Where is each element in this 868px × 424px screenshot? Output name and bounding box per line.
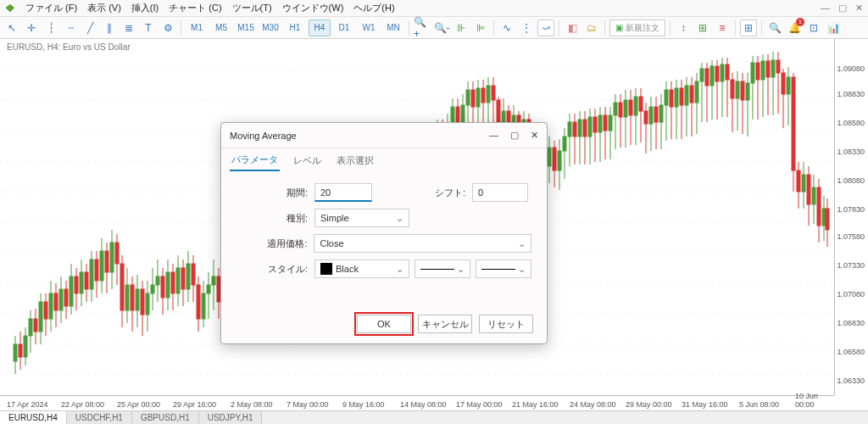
menu-file[interactable]: ファイル (F): [25, 2, 77, 14]
style-width-select[interactable]: [476, 259, 531, 278]
chart-shift-icon[interactable]: ⤻: [537, 20, 554, 36]
tab-usdjpy-h1[interactable]: USDJPY,H1: [199, 411, 263, 424]
svg-rect-58: [131, 285, 134, 310]
minimize-icon[interactable]: —: [821, 3, 830, 14]
menu-insert[interactable]: 挿入(I): [131, 2, 159, 14]
tf-mn[interactable]: MN: [382, 20, 404, 36]
dialog-minimize-icon[interactable]: —: [489, 130, 498, 141]
svg-rect-44: [95, 259, 98, 281]
close-icon[interactable]: ✕: [855, 3, 863, 14]
svg-rect-56: [125, 285, 129, 310]
objects-icon[interactable]: ⚙: [159, 20, 176, 36]
style-color-select[interactable]: Black: [314, 259, 409, 278]
separator: [604, 20, 605, 36]
color-swatch-icon: [320, 263, 332, 275]
menu-window[interactable]: ウインドウ(W): [282, 2, 344, 14]
line-chart-icon[interactable]: ∿: [498, 20, 515, 36]
svg-rect-276: [685, 86, 688, 105]
tab-visualization[interactable]: 表示選択: [335, 151, 376, 170]
svg-rect-60: [136, 289, 139, 310]
tf-h4[interactable]: H4: [309, 20, 331, 36]
menu-chart[interactable]: チャート (C): [169, 2, 221, 14]
tf-d1[interactable]: D1: [333, 20, 355, 36]
menu-help[interactable]: ヘルプ(H): [353, 2, 394, 14]
data-window-icon[interactable]: ⊡: [805, 20, 822, 36]
tab-eurusd-h4[interactable]: EURUSD,H4: [0, 411, 67, 424]
svg-rect-188: [461, 105, 465, 124]
svg-rect-246: [609, 115, 612, 131]
svg-rect-30: [59, 289, 63, 310]
cursor-icon[interactable]: ↖: [3, 20, 20, 36]
autotrading-icon[interactable]: ⊞: [694, 20, 711, 36]
hline-icon[interactable]: ┄: [62, 20, 79, 36]
candle-chart-icon[interactable]: ⊫: [472, 20, 489, 36]
ok-button[interactable]: OK: [357, 315, 411, 333]
templates-icon[interactable]: 🗂: [583, 20, 600, 36]
x-tick: 17 Apr 2024: [7, 400, 48, 409]
svg-rect-184: [451, 107, 454, 124]
svg-rect-40: [85, 272, 88, 289]
separator: [559, 20, 559, 36]
market-watch-icon[interactable]: 📊: [825, 20, 842, 36]
svg-rect-194: [476, 88, 480, 107]
dialog-close-icon[interactable]: ✕: [531, 130, 538, 141]
zoom-out-icon[interactable]: 🔍-: [433, 20, 450, 36]
label-shift: シフト:: [372, 187, 472, 199]
text-icon[interactable]: T: [140, 20, 157, 36]
svg-rect-54: [120, 264, 124, 310]
tf-m15[interactable]: M15: [235, 20, 257, 36]
svg-rect-248: [614, 103, 617, 115]
svg-rect-328: [817, 187, 821, 226]
tf-m30[interactable]: M30: [259, 20, 281, 36]
tick-chart-icon[interactable]: ⋮: [518, 20, 535, 36]
svg-rect-326: [812, 187, 815, 204]
indicators-icon[interactable]: ◧: [564, 20, 581, 36]
zoom-in-icon[interactable]: 🔍+: [414, 20, 431, 36]
cancel-button[interactable]: キャンセル: [418, 315, 472, 333]
tab-gbpusd-h1[interactable]: GBPUSD,H1: [132, 411, 199, 424]
tf-m1[interactable]: M1: [186, 20, 208, 36]
style-line-select[interactable]: [415, 259, 470, 278]
fibo-icon[interactable]: ≣: [120, 20, 137, 36]
channel-icon[interactable]: ∥: [101, 20, 118, 36]
svg-rect-300: [746, 83, 749, 100]
menu-view[interactable]: 表示 (V): [87, 2, 121, 14]
svg-rect-46: [100, 251, 103, 281]
apply-select[interactable]: Close: [314, 234, 531, 253]
svg-rect-232: [573, 122, 576, 137]
svg-rect-260: [644, 111, 648, 124]
dialog-titlebar[interactable]: Moving Average — ▢ ✕: [221, 123, 547, 148]
trendline-icon[interactable]: ╱: [81, 20, 98, 36]
tab-parameters[interactable]: パラメータ: [230, 150, 280, 171]
y-tick: 1.06580: [837, 348, 865, 356]
x-tick: 9 May 16:00: [342, 400, 385, 409]
maximize-icon[interactable]: ▢: [838, 3, 847, 14]
svg-rect-28: [54, 293, 58, 310]
tf-w1[interactable]: W1: [358, 20, 380, 36]
shift-input[interactable]: 0: [472, 183, 528, 202]
new-order-button[interactable]: ▣新規注文: [609, 20, 665, 36]
alerts-icon[interactable]: 🔔: [786, 20, 803, 36]
svg-rect-38: [80, 272, 83, 293]
search-icon[interactable]: 🔍: [766, 20, 783, 36]
tab-levels[interactable]: レベル: [292, 151, 323, 170]
svg-rect-330: [822, 209, 826, 226]
svg-rect-90: [212, 276, 215, 285]
tf-h1[interactable]: H1: [284, 20, 306, 36]
period-input[interactable]: 20: [314, 183, 372, 202]
bar-chart-icon[interactable]: ⊪: [453, 20, 470, 36]
menu-tools[interactable]: ツール(T): [232, 2, 272, 14]
vline-icon[interactable]: ┆: [42, 20, 59, 36]
x-tick: 24 May 08:00: [570, 400, 616, 409]
method-select[interactable]: Simple: [314, 209, 409, 227]
crosshair-icon[interactable]: ✛: [23, 20, 40, 36]
trade-icon[interactable]: ↕: [675, 20, 692, 36]
svg-rect-332: [826, 209, 829, 230]
reset-button[interactable]: リセット: [479, 315, 533, 333]
grid-icon[interactable]: ⊞: [740, 20, 757, 36]
depth-icon[interactable]: ≡: [714, 20, 731, 36]
tab-usdchf-h1[interactable]: USDCHF,H1: [67, 411, 132, 424]
svg-rect-270: [670, 90, 673, 107]
tf-m5[interactable]: M5: [210, 20, 232, 36]
dialog-maximize-icon[interactable]: ▢: [510, 130, 519, 141]
